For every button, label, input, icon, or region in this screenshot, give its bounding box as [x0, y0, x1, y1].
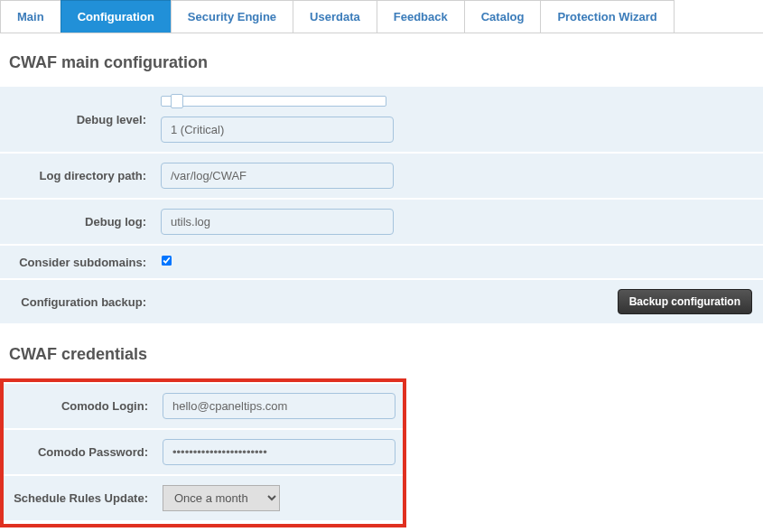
tab-protection-wizard[interactable]: Protection Wizard — [540, 0, 674, 33]
tab-main[interactable]: Main — [0, 0, 60, 33]
log-dir-input[interactable] — [161, 163, 394, 189]
password-label: Comodo Password: — [4, 429, 155, 475]
login-label: Comodo Login: — [4, 384, 155, 429]
comodo-login-input[interactable] — [163, 393, 395, 419]
backup-configuration-button[interactable]: Backup configuration — [618, 289, 752, 314]
debug-level-label: Debug level: — [0, 87, 154, 153]
credentials-table: Comodo Login: Comodo Password: Schedule … — [4, 384, 403, 522]
debug-level-input[interactable] — [161, 117, 394, 143]
main-config-table: Debug level: Log directory path: Debug l… — [0, 87, 763, 325]
credentials-highlight: Comodo Login: Comodo Password: Schedule … — [0, 378, 406, 527]
debug-log-label: Debug log: — [0, 199, 154, 245]
main-config-title: CWAF main configuration — [0, 33, 763, 87]
debug-log-input[interactable] — [161, 209, 394, 235]
tab-feedback[interactable]: Feedback — [377, 0, 464, 33]
comodo-password-input[interactable] — [163, 439, 395, 465]
update-row: Update config — [0, 527, 763, 532]
tab-userdata[interactable]: Userdata — [293, 0, 377, 33]
backup-label: Configuration backup: — [0, 279, 154, 324]
tab-bar: Main Configuration Security Engine Userd… — [0, 0, 763, 33]
tab-configuration[interactable]: Configuration — [60, 0, 171, 33]
schedule-label: Schedule Rules Update: — [4, 475, 155, 521]
debug-level-slider[interactable] — [161, 96, 386, 107]
tab-security-engine[interactable]: Security Engine — [171, 0, 293, 33]
subdomains-checkbox[interactable] — [162, 256, 172, 266]
log-dir-label: Log directory path: — [0, 153, 154, 199]
credentials-title: CWAF credentials — [0, 325, 763, 378]
subdomains-label: Consider subdomains: — [0, 245, 154, 279]
tab-catalog[interactable]: Catalog — [464, 0, 541, 33]
debug-level-slider-handle[interactable] — [171, 94, 183, 108]
schedule-rules-select[interactable]: Once a month — [163, 485, 280, 511]
